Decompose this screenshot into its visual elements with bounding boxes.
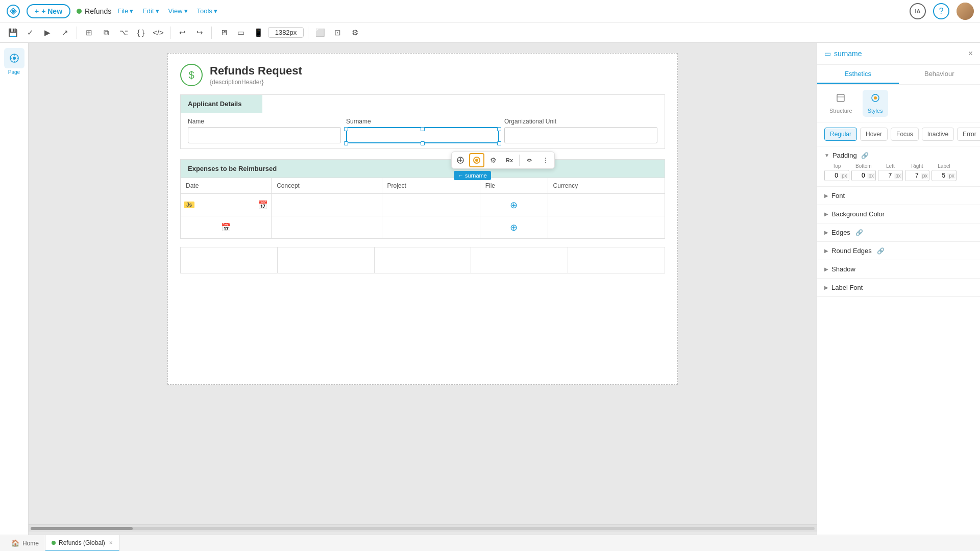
svg-point-6 — [475, 159, 478, 162]
padding-bottom-input[interactable] — [852, 170, 867, 181]
font-section[interactable]: ▶ Font — [817, 187, 980, 205]
view-menu[interactable]: View ▾ — [168, 7, 188, 15]
sidebar-page-button[interactable] — [4, 48, 24, 68]
toolbar-sep-3 — [211, 27, 212, 39]
help-button[interactable]: ? — [933, 3, 949, 19]
float-more-btn[interactable]: ⋮ — [538, 153, 553, 167]
state-inactive-btn[interactable]: Inactive — [922, 128, 954, 141]
file-cell-2: ⊕ — [480, 216, 548, 239]
resize-handle-top-center[interactable] — [421, 127, 425, 131]
mobile-view-button[interactable]: 📱 — [251, 25, 266, 40]
float-gear-btn[interactable]: ⚙ — [485, 153, 501, 167]
tablet-view-button[interactable]: ▭ — [233, 25, 249, 40]
redo-button[interactable]: ↪ — [192, 25, 207, 40]
padding-top-group: Top px — [824, 163, 849, 181]
layers-button[interactable]: ⧉ — [99, 25, 114, 40]
padding-left-input[interactable] — [878, 170, 894, 181]
ia-button[interactable]: IA — [910, 3, 926, 19]
toolbar: 💾 ✓ ▶ ↗ ⊞ ⧉ ⌥ { } </> ↩ ↪ 🖥 ▭ 📱 1382px ⬜… — [0, 22, 980, 43]
state-error-btn[interactable]: Error — [957, 128, 980, 141]
undo-button[interactable]: ↩ — [175, 25, 190, 40]
label-font-section[interactable]: ▶ Label Font — [817, 279, 980, 297]
padding-top-input[interactable] — [825, 170, 840, 181]
file-upload-icon-1[interactable]: ⊕ — [510, 199, 518, 211]
padding-left-wrap: px — [878, 170, 903, 181]
play-button[interactable]: ▶ — [40, 25, 55, 40]
table-row-2: 📅 ⊕ — [181, 216, 665, 239]
state-regular-btn[interactable]: Regular — [824, 128, 857, 141]
refunds-tab-indicator — [52, 541, 56, 545]
name-input[interactable] — [188, 127, 341, 143]
org-unit-input[interactable] — [504, 127, 657, 143]
float-rx-btn[interactable]: Rx — [502, 153, 517, 167]
col-concept: Concept — [272, 178, 382, 194]
rp-close-button[interactable]: × — [968, 49, 973, 58]
settings-button[interactable]: ⚙ — [347, 25, 362, 40]
round-edges-label: Round Edges — [831, 247, 872, 255]
components-button[interactable]: ⊞ — [81, 25, 96, 40]
new-button[interactable]: + + New — [27, 4, 70, 18]
tab-behaviour[interactable]: Behaviour — [899, 65, 981, 84]
subtab-styles-label: Styles — [868, 108, 883, 114]
window-button[interactable]: ⊡ — [330, 25, 345, 40]
edit-menu[interactable]: Edit ▾ — [142, 7, 159, 15]
padding-header[interactable]: ▼ Padding 🔗 — [824, 152, 973, 159]
tools-menu[interactable]: Tools ▾ — [197, 7, 217, 15]
chevron-down-icon: ▾ — [184, 7, 188, 15]
round-edges-section[interactable]: ▶ Round Edges 🔗 — [817, 242, 980, 260]
scroll-track — [31, 527, 815, 530]
state-focus-btn[interactable]: Focus — [891, 128, 919, 141]
subtab-styles[interactable]: Styles — [863, 90, 888, 117]
check-button[interactable]: ✓ — [22, 25, 38, 40]
save-button[interactable]: 💾 — [5, 25, 20, 40]
app-logo — [6, 4, 20, 18]
resize-handle-bottom-center[interactable] — [421, 141, 425, 145]
svg-point-3 — [13, 57, 16, 60]
file-menu[interactable]: File ▾ — [117, 7, 133, 15]
padding-right-unit: px — [921, 173, 929, 179]
padding-right-input[interactable] — [905, 170, 921, 181]
page-header-icon: $ — [180, 64, 203, 86]
padding-bottom-label: Bottom — [855, 163, 872, 169]
float-move-btn[interactable] — [453, 153, 468, 167]
state-hover-btn[interactable]: Hover — [860, 128, 888, 141]
surname-badge[interactable]: ← surname — [454, 171, 491, 180]
shadow-section[interactable]: ▶ Shadow — [817, 260, 980, 279]
code-button[interactable]: { } — [133, 25, 149, 40]
bottom-cell-2 — [278, 247, 375, 273]
bg-color-section[interactable]: ▶ Background Color — [817, 205, 980, 223]
tab-home[interactable]: 🏠 Home — [5, 535, 45, 552]
canvas-scroll[interactable]: $ Refunds Request {descriptionHeader} Ap… — [29, 43, 817, 524]
screen-button[interactable]: ⬜ — [312, 25, 328, 40]
tab-esthetics[interactable]: Esthetics — [817, 65, 899, 84]
date-cell-2: 📅 — [181, 216, 272, 239]
subtab-structure[interactable]: Structure — [824, 90, 857, 117]
resize-handle-bottom-right[interactable] — [497, 141, 501, 145]
padding-left-group: Left px — [878, 163, 903, 181]
padding-left-unit: px — [894, 173, 902, 179]
tab-refunds[interactable]: Refunds (Global) × — [45, 535, 119, 552]
bg-color-label: Background Color — [831, 210, 885, 218]
left-sidebar: Page — [0, 43, 29, 535]
padding-bottom-wrap: px — [851, 170, 876, 181]
avatar[interactable] — [957, 3, 974, 20]
html-button[interactable]: </> — [151, 25, 166, 40]
tab-close-icon[interactable]: × — [109, 539, 113, 546]
float-connect-btn[interactable] — [522, 153, 537, 167]
refunds-tab: Refunds — [77, 7, 111, 15]
horizontal-scrollbar[interactable] — [29, 524, 817, 532]
resize-handle-left[interactable] — [344, 127, 348, 131]
resize-handle-right[interactable] — [497, 127, 501, 131]
desktop-view-button[interactable]: 🖥 — [216, 25, 231, 40]
topbar: + + New Refunds File ▾ Edit ▾ View ▾ Too… — [0, 0, 980, 22]
float-style-btn[interactable] — [469, 153, 484, 167]
resize-handle-bottom-left[interactable] — [344, 141, 348, 145]
edges-section[interactable]: ▶ Edges 🔗 — [817, 223, 980, 242]
padding-label-input[interactable] — [932, 170, 947, 181]
edges-link-icon: 🔗 — [855, 229, 863, 236]
chevron-down-icon: ▾ — [214, 7, 217, 15]
file-upload-icon-2[interactable]: ⊕ — [510, 222, 518, 233]
scroll-thumb[interactable] — [31, 527, 133, 530]
export-button[interactable]: ↗ — [57, 25, 72, 40]
datasource-button[interactable]: ⌥ — [116, 25, 131, 40]
